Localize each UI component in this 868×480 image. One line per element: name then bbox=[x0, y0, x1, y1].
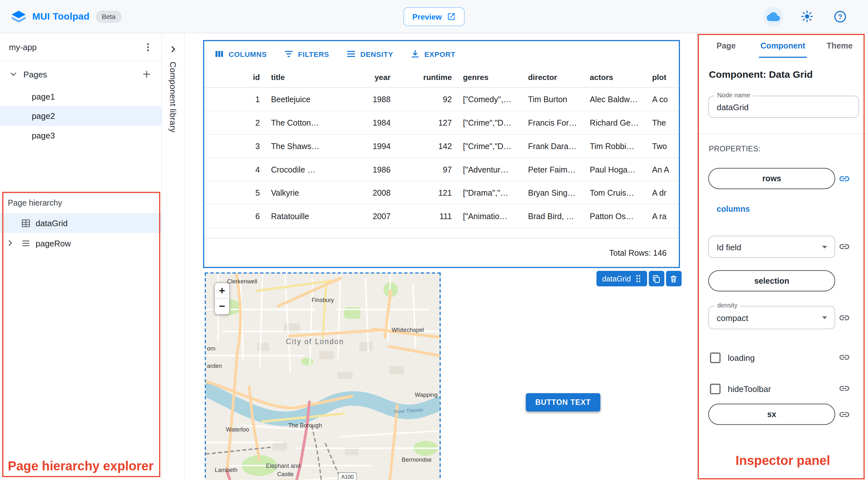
cell: Alec Baldw… bbox=[584, 95, 647, 104]
map-label: Finsbury bbox=[311, 296, 334, 303]
expand-chevron-right-icon[interactable] bbox=[170, 45, 176, 53]
tab-component[interactable]: Component bbox=[754, 33, 811, 58]
density-bind-button[interactable] bbox=[838, 311, 850, 323]
column-header[interactable]: title bbox=[266, 73, 335, 82]
road-ref-badge: A100 bbox=[338, 473, 356, 480]
table-row[interactable]: 6 Ratatouille 2007 111 ["Animatio… Brad … bbox=[204, 205, 679, 228]
rows-property-button[interactable]: rows bbox=[708, 168, 835, 189]
tab-theme[interactable]: Theme bbox=[811, 33, 868, 58]
rows-bind-button[interactable] bbox=[838, 172, 850, 185]
datagrid-header-row: id title year runtime genres director ac… bbox=[204, 67, 679, 88]
component-library-panel[interactable]: Component library bbox=[162, 33, 185, 480]
cell: 121 bbox=[396, 188, 457, 197]
hide-toolbar-bind-button[interactable] bbox=[838, 382, 850, 394]
preview-button[interactable]: Preview bbox=[403, 7, 465, 26]
pages-section-label: Pages bbox=[24, 69, 47, 78]
export-button[interactable]: EXPORT bbox=[404, 45, 461, 62]
column-header[interactable]: director bbox=[522, 73, 584, 82]
cell: ["Crime","D… bbox=[458, 118, 523, 127]
sidebar-item-page1[interactable]: page1 bbox=[0, 87, 161, 106]
density-button[interactable]: DENSITY bbox=[340, 45, 399, 62]
zoom-out-button[interactable]: − bbox=[215, 298, 229, 314]
column-header[interactable]: runtime bbox=[396, 73, 457, 82]
map-label: Clerkenwell bbox=[227, 278, 257, 285]
map-component[interactable]: Clerkenwell Finsbury Whitechapel City of… bbox=[205, 273, 441, 480]
kebab-menu-icon[interactable] bbox=[144, 42, 153, 52]
density-button-label: DENSITY bbox=[361, 50, 393, 58]
sidebar-item-page2[interactable]: page2 bbox=[0, 106, 161, 126]
cell: 4 bbox=[204, 165, 265, 174]
table-row[interactable]: 5 Valkyrie 2008 121 ["Drama","… Bryan Si… bbox=[204, 181, 679, 205]
app-name-row: my-app bbox=[0, 33, 161, 61]
column-header[interactable]: actors bbox=[584, 73, 647, 82]
map-label: Lambeth bbox=[215, 467, 238, 473]
loading-checkbox[interactable] bbox=[710, 352, 720, 363]
theme-brightness-button[interactable] bbox=[797, 6, 816, 26]
link-icon bbox=[838, 351, 850, 363]
datagrid-toolbar: COLUMNS FILTERS DENSITY bbox=[204, 41, 679, 67]
cell: ["Drama","… bbox=[458, 188, 523, 197]
column-header[interactable]: genres bbox=[458, 73, 523, 82]
columns-button[interactable]: COLUMNS bbox=[209, 45, 272, 62]
id-field-bind-button[interactable] bbox=[838, 240, 850, 253]
cell: ["Adventur… bbox=[458, 165, 523, 174]
link-icon bbox=[838, 241, 850, 252]
density-icon bbox=[346, 49, 356, 59]
map-label: Wapping bbox=[415, 391, 437, 398]
datagrid-component[interactable]: COLUMNS FILTERS DENSITY bbox=[203, 40, 680, 268]
id-field-select[interactable]: Id field bbox=[708, 236, 835, 258]
column-header[interactable]: id bbox=[204, 73, 265, 82]
page-hierarchy-title: Page hierarchy bbox=[0, 195, 161, 213]
cell: Two bbox=[647, 141, 679, 150]
density-select[interactable]: density compact bbox=[708, 306, 835, 329]
datagrid-footer: Total Rows: 146 bbox=[204, 238, 679, 267]
link-icon bbox=[838, 172, 850, 184]
id-field-value: Id field bbox=[717, 242, 741, 252]
cell: 1986 bbox=[335, 165, 396, 174]
filters-button[interactable]: FILTERS bbox=[278, 45, 335, 62]
hierarchy-annotation-label: Page hierarchy explorer bbox=[0, 457, 161, 476]
map-label: Whitechapel bbox=[392, 326, 424, 333]
add-page-icon[interactable] bbox=[142, 69, 151, 78]
cell: ["Animatio… bbox=[458, 212, 523, 221]
cell: Peter Faim… bbox=[522, 165, 584, 174]
hierarchy-item-datagrid[interactable]: dataGrid bbox=[0, 213, 161, 233]
pages-section-header[interactable]: Pages bbox=[0, 61, 161, 87]
sx-property-button[interactable]: sx bbox=[708, 404, 835, 425]
chevron-right-icon[interactable] bbox=[8, 240, 21, 247]
selection-property-button[interactable]: selection bbox=[708, 270, 835, 291]
brand: MUI Toolpad Beta bbox=[11, 10, 122, 23]
cell: 111 bbox=[396, 212, 457, 221]
canvas-button-component[interactable]: BUTTON TEXT bbox=[526, 393, 600, 412]
column-header[interactable]: plot bbox=[647, 73, 679, 82]
delete-component-button[interactable] bbox=[666, 271, 681, 286]
column-header[interactable]: year bbox=[335, 73, 396, 82]
deploy-cloud-button[interactable] bbox=[764, 6, 783, 26]
table-row[interactable]: 4 Crocodile … 1986 97 ["Adventur… Peter … bbox=[204, 158, 679, 182]
delete-icon bbox=[669, 274, 678, 283]
table-row[interactable]: 3 The Shaws… 1994 142 ["Crime","D… Frank… bbox=[204, 135, 679, 158]
loading-bind-button[interactable] bbox=[838, 351, 850, 363]
sx-bind-button[interactable] bbox=[838, 408, 850, 420]
data-grid-icon bbox=[21, 218, 36, 227]
tab-page[interactable]: Page bbox=[698, 33, 754, 58]
cell: Patton Os… bbox=[584, 212, 647, 221]
duplicate-component-button[interactable] bbox=[649, 271, 664, 286]
zoom-in-button[interactable]: + bbox=[215, 283, 229, 298]
inspector-annotation-label: Inspector panel bbox=[698, 451, 868, 470]
hide-toolbar-checkbox[interactable] bbox=[710, 383, 720, 394]
cell: 1984 bbox=[335, 118, 396, 127]
cell: Paul Hoga… bbox=[584, 165, 647, 174]
columns-property-button[interactable]: columns bbox=[717, 205, 750, 214]
table-row[interactable]: 1 Beetlejuice 1988 92 ["Comedy",… Tim Bu… bbox=[204, 88, 679, 111]
help-button[interactable]: ? bbox=[830, 6, 850, 26]
node-name-field[interactable]: Node name dataGrid bbox=[708, 96, 859, 118]
hierarchy-item-pagerow[interactable]: pageRow bbox=[0, 233, 161, 253]
sidebar-item-page3[interactable]: page3 bbox=[0, 126, 161, 145]
map-image: Clerkenwell Finsbury Whitechapel City of… bbox=[206, 274, 439, 480]
cell: Frank Dara… bbox=[522, 141, 584, 150]
drag-handle-icon[interactable] bbox=[634, 274, 641, 283]
selected-component-chip[interactable]: dataGrid bbox=[596, 271, 647, 286]
table-row[interactable]: 2 The Cotton… 1984 127 ["Crime","D… Fran… bbox=[204, 111, 679, 135]
cell: 92 bbox=[396, 95, 457, 104]
